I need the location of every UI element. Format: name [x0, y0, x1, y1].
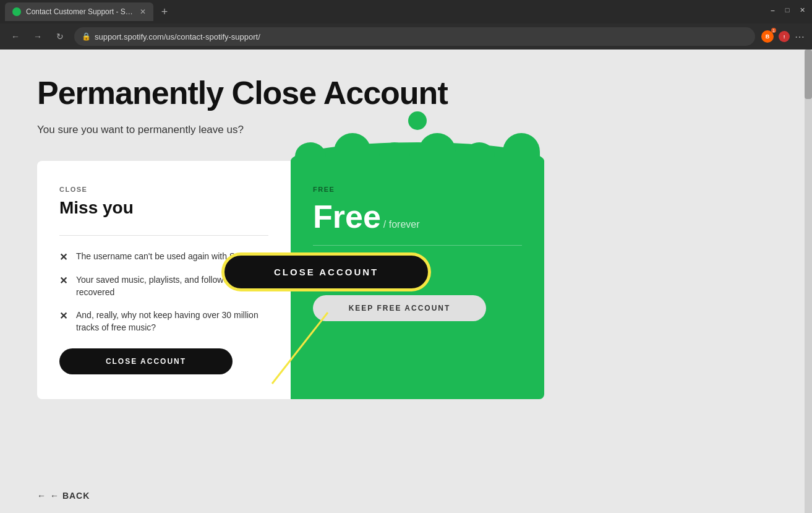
x-icon-1: ✕: [59, 251, 67, 263]
tab-close-icon[interactable]: ✕: [140, 7, 146, 16]
minimize-button[interactable]: ‒: [767, 5, 777, 15]
forward-button[interactable]: →: [30, 28, 46, 45]
close-card-divider: [59, 235, 268, 236]
back-link[interactable]: ← ← BACK: [37, 491, 90, 501]
warning-text-3: And, really, why not keep having over 30…: [76, 309, 268, 334]
close-card-heading: Miss you: [59, 198, 268, 218]
back-button[interactable]: ←: [7, 28, 24, 45]
free-card-label: FREE: [313, 186, 522, 193]
close-card-label: CLOSE: [59, 186, 268, 193]
scrollbar-thumb[interactable]: [805, 50, 812, 99]
maximize-button[interactable]: □: [782, 5, 792, 15]
refresh-button[interactable]: ↻: [52, 28, 68, 45]
page-title: Permanently Close Account: [37, 74, 775, 111]
tab-favicon: [12, 7, 21, 16]
close-account-highlight-button[interactable]: CLOSE ACCOUNT: [223, 254, 430, 290]
bump-4: [419, 133, 456, 170]
brave-shield-icon[interactable]: B 1: [761, 30, 774, 43]
bump-3: [379, 142, 410, 170]
browser-menu-icon[interactable]: ⋯: [795, 31, 805, 43]
back-arrow-icon: ←: [37, 491, 46, 501]
tab-bar: Contact Customer Support - Spoti ✕ + ‒ □…: [0, 0, 812, 24]
warning-item-3: ✕ And, really, why not keep having over …: [59, 309, 268, 334]
tab-title: Contact Customer Support - Spoti: [26, 7, 135, 16]
keep-free-account-button[interactable]: KEEP FREE ACCOUNT: [313, 295, 486, 321]
bumps-decoration: [291, 127, 544, 170]
x-icon-2: ✕: [59, 275, 67, 287]
scrollbar[interactable]: [805, 50, 812, 513]
active-tab[interactable]: Contact Customer Support - Spoti ✕: [5, 2, 153, 21]
bump-5: [464, 142, 495, 170]
back-label: ← BACK: [50, 491, 90, 501]
bump-1: [295, 142, 326, 170]
page-content: Permanently Close Account You sure you w…: [0, 50, 812, 513]
lock-icon: 🔒: [82, 32, 91, 41]
extension-icon[interactable]: !: [779, 31, 790, 42]
bump-6: [503, 133, 540, 170]
close-account-button[interactable]: CLOSE ACCOUNT: [59, 348, 233, 374]
close-window-button[interactable]: ✕: [797, 5, 807, 15]
browser-menu: B 1 ! ⋯: [761, 30, 805, 43]
address-bar-row: ← → ↻ 🔒 support.spotify.com/us/contact-s…: [0, 24, 812, 50]
highlight-overlay: CLOSE ACCOUNT: [223, 254, 430, 290]
bump-2: [334, 133, 371, 170]
new-tab-button[interactable]: +: [156, 3, 173, 20]
window-controls: ‒ □ ✕: [767, 5, 807, 15]
browser-window: Contact Customer Support - Spoti ✕ + ‒ □…: [0, 0, 812, 513]
address-bar[interactable]: 🔒 support.spotify.com/us/contact-spotify…: [74, 27, 755, 46]
free-price-period: / forever: [383, 219, 420, 230]
free-card-divider: [313, 245, 522, 246]
free-price-amount: Free: [313, 198, 381, 235]
top-dot: [408, 111, 427, 130]
url-display: support.spotify.com/us/contact-spotify-s…: [95, 32, 260, 41]
x-icon-3: ✕: [59, 310, 67, 322]
free-price: Free / forever: [313, 198, 522, 235]
